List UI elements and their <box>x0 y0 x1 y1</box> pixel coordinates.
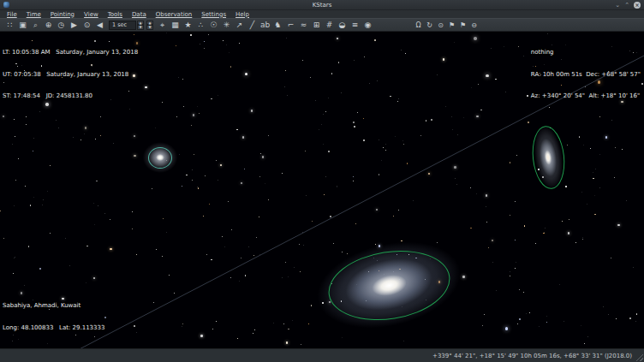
location-infobox[interactable]: Sabahiya, Ahmadi, Kuwait Long: 48.100833… <box>3 288 104 346</box>
menu-item-time[interactable]: Time <box>22 11 45 18</box>
star <box>203 216 204 217</box>
galaxy-small-round-outline[interactable] <box>148 147 172 169</box>
menu-item-view[interactable]: View <box>80 11 103 18</box>
fov-symbol-icon[interactable]: ▦ <box>169 19 182 31</box>
location-coords-text: Long: 48.100833 Lat: 29.113333 <box>3 324 104 332</box>
show-constellation-lines-icon[interactable]: ╱ <box>246 19 259 31</box>
star <box>56 120 57 121</box>
show-dso-icon[interactable]: ∴ <box>194 19 207 31</box>
chart-window-icon[interactable]: ▣ <box>16 19 29 31</box>
sky-view[interactable]: LT: 10:05:38 AM Saturday, January 13, 20… <box>0 32 644 348</box>
toggle-clock-icon[interactable]: ▶ <box>68 19 80 31</box>
slew-icon[interactable]: ↻ <box>424 19 435 31</box>
show-constellation-boundaries-icon[interactable]: ⌐ <box>284 19 297 31</box>
window-title: KStars <box>0 2 644 9</box>
star <box>569 219 569 220</box>
menu-item-data[interactable]: Data <box>128 11 151 18</box>
time-infobox[interactable]: LT: 10:05:38 AM Saturday, January 13, 20… <box>3 34 138 115</box>
star <box>333 243 334 244</box>
resize-grip-icon[interactable] <box>635 353 643 361</box>
star <box>527 95 528 97</box>
set-location-icon[interactable]: ⊕ <box>42 19 55 31</box>
show-constellation-art-icon[interactable]: ♞ <box>271 19 284 31</box>
star <box>166 232 167 233</box>
show-stars-icon[interactable]: ★ <box>182 19 194 31</box>
star <box>568 232 569 234</box>
lock-telescope-icon[interactable]: Ω <box>413 19 424 31</box>
show-solar-system-icon[interactable]: ☉ <box>207 19 220 31</box>
star <box>84 134 85 134</box>
star <box>242 136 244 138</box>
star <box>223 40 224 41</box>
pointing-icon[interactable]: ⌖ <box>156 19 169 31</box>
star <box>581 192 582 193</box>
star <box>328 151 330 152</box>
star <box>86 282 86 283</box>
star <box>455 178 456 179</box>
show-constellation-names-icon[interactable]: ab <box>259 19 271 31</box>
show-satellites-icon[interactable]: ↗ <box>233 19 246 31</box>
star <box>505 327 508 329</box>
star <box>39 268 41 270</box>
star <box>528 122 529 123</box>
time-step-input[interactable]: 1 sec <box>109 21 136 30</box>
star <box>590 148 591 149</box>
star <box>381 160 382 161</box>
title-bar[interactable]: KStars ⌄ ⌃ × <box>0 0 644 10</box>
menu-item-help[interactable]: Help <box>231 11 253 18</box>
star <box>622 149 623 150</box>
maximize-icon[interactable]: ⌃ <box>624 2 629 9</box>
star <box>14 258 15 258</box>
kstars-logo-icon[interactable]: ∷ <box>3 19 16 31</box>
show-supernovae-icon[interactable]: ✳ <box>220 19 233 31</box>
star <box>515 201 516 202</box>
star <box>629 317 631 319</box>
step-back-icon[interactable]: ◀ <box>93 19 106 31</box>
time-step-down-icon[interactable]: ▼ <box>137 25 144 30</box>
show-horizon-icon[interactable]: ◒ <box>336 19 349 31</box>
show-horizontal-grid-icon[interactable]: # <box>323 19 336 31</box>
menu-item-pointing[interactable]: Pointing <box>46 11 79 18</box>
star <box>594 195 595 196</box>
find-object-icon[interactable]: ⌕ <box>29 19 42 31</box>
minimize-icon[interactable]: ⌄ <box>615 2 620 9</box>
star <box>341 92 342 93</box>
star <box>110 248 111 250</box>
show-milky-way-icon[interactable]: ≈ <box>297 19 310 31</box>
set-time-icon[interactable]: ◷ <box>55 19 68 31</box>
menu-item-file[interactable]: File <box>3 11 21 18</box>
time-unit-down-icon[interactable]: ▼ <box>146 25 153 30</box>
menu-item-observation[interactable]: Observation <box>152 11 197 18</box>
star <box>301 344 301 345</box>
menu-item-tools[interactable]: Tools <box>104 11 127 18</box>
star <box>470 228 472 229</box>
focus-infobox[interactable]: nothing RA: 10h 00m 51s Dec: +68° 58' 57… <box>531 34 641 115</box>
flag-icon[interactable]: ⚑ <box>446 19 457 31</box>
track-target-icon[interactable]: ⊙ <box>435 19 446 31</box>
show-flags-icon[interactable]: ≡ <box>349 19 361 31</box>
star <box>229 52 230 53</box>
menu-item-settings[interactable]: Settings <box>197 11 230 18</box>
star <box>85 127 86 128</box>
star <box>641 83 643 85</box>
star <box>104 213 105 214</box>
remove-object-icon[interactable]: ⊖ <box>468 19 480 31</box>
time-step-widget: 1 sec ▲ ▼ ▲ ▼ <box>109 21 153 30</box>
flag-icon-2[interactable]: ⚑ <box>457 19 468 31</box>
star <box>208 34 209 35</box>
menu-bar: FileTimePointingViewToolsDataObservation… <box>0 10 644 18</box>
star <box>636 313 638 315</box>
star <box>182 323 183 324</box>
star <box>325 111 326 112</box>
local-time-text: LT: 10:05:38 AM Saturday, January 13, 20… <box>3 49 138 56</box>
star <box>486 74 488 77</box>
star <box>354 60 355 61</box>
main-toolbar: ∷▣⌕⊕◷▶⊙◀ 1 sec ▲ ▼ ▲ ▼ ⌖▦★∴☉✳↗╱ab♞⌐≈⊞#◒≡… <box>0 18 644 32</box>
realtime-icon[interactable]: ⊙ <box>80 19 93 31</box>
star <box>457 134 458 135</box>
star <box>363 118 364 119</box>
whats-interesting-icon[interactable]: ◉ <box>361 19 374 31</box>
star <box>397 101 398 102</box>
show-equatorial-grid-icon[interactable]: ⊞ <box>310 19 323 31</box>
close-icon[interactable]: × <box>634 2 641 9</box>
